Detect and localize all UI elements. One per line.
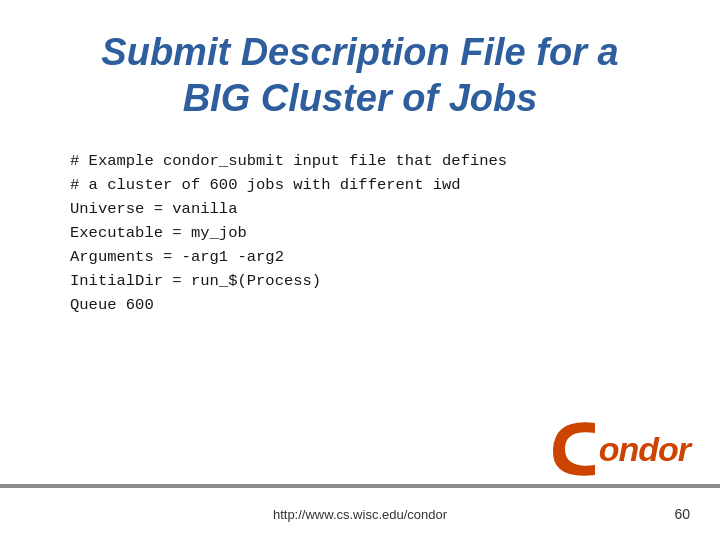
footer: http://www.cs.wisc.edu/condor: [0, 507, 720, 522]
condor-c-icon: [545, 413, 603, 485]
code-line-3: Universe = vanilla: [70, 197, 670, 221]
slide: Submit Description File for a BIG Cluste…: [0, 0, 720, 540]
code-line-4: Executable = my_job: [70, 221, 670, 245]
code-line-5: Arguments = -arg1 -arg2: [70, 245, 670, 269]
code-block: # Example condor_submit input file that …: [70, 149, 670, 317]
slide-title: Submit Description File for a BIG Cluste…: [50, 30, 670, 121]
condor-ondor-text: ondor: [599, 430, 690, 469]
condor-logo: ondor: [545, 413, 690, 485]
code-line-2: # a cluster of 600 jobs with different i…: [70, 173, 670, 197]
title-line1: Submit Description File for a: [50, 30, 670, 76]
code-line-1: # Example condor_submit input file that …: [70, 149, 670, 173]
title-line2: BIG Cluster of Jobs: [50, 76, 670, 122]
code-line-7: Queue 600: [70, 293, 670, 317]
code-line-6: InitialDir = run_$(Process): [70, 269, 670, 293]
page-number: 60: [674, 506, 690, 522]
footer-url: http://www.cs.wisc.edu/condor: [273, 507, 447, 522]
